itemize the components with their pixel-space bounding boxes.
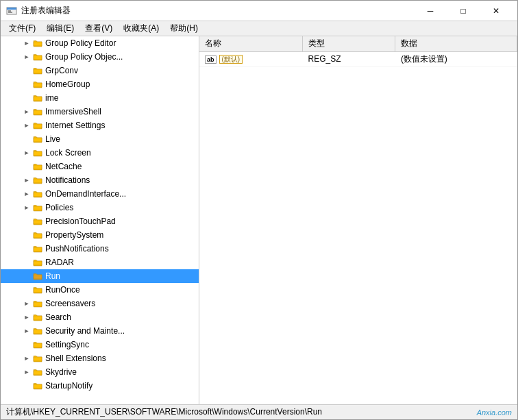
folder-icon <box>32 148 43 158</box>
tree-item-label: SettingSync <box>45 340 199 349</box>
folder-icon <box>32 381 43 391</box>
folder-icon <box>32 285 43 295</box>
folder-icon <box>32 299 43 308</box>
tree-item[interactable]: StartupNotify <box>1 379 199 393</box>
svg-rect-1 <box>7 8 16 10</box>
tree-item[interactable]: NetCache <box>1 160 199 173</box>
table-header-row: 名称类型数据 <box>199 36 517 51</box>
registry-path: 计算机\HKEY_CURRENT_USER\SOFTWARE\Microsoft… <box>6 406 477 418</box>
registry-editor-window: 注册表编辑器 ─ □ ✕ 文件(F)编辑(E)查看(V)收藏夹(A)帮助(H) … <box>0 0 518 420</box>
tree-item-label: PropertySystem <box>45 230 199 240</box>
tree-item[interactable]: ime <box>1 91 199 105</box>
table-row[interactable]: ab(默认)REG_SZ(数值未设置) <box>199 51 517 66</box>
column-header-数据[interactable]: 数据 <box>395 36 517 51</box>
tree-item[interactable]: SettingSync <box>1 338 199 351</box>
expand-arrow-icon[interactable]: ► <box>21 328 32 334</box>
expand-arrow-icon[interactable]: ► <box>21 314 32 321</box>
folder-icon <box>32 340 43 349</box>
tree-item[interactable]: RADAR <box>1 256 199 269</box>
tree-item[interactable]: ► Group Policy Editor <box>1 36 199 50</box>
expand-arrow-icon[interactable]: ► <box>21 122 32 129</box>
tree-item[interactable]: HomeGroup <box>1 77 199 91</box>
tree-item-label: Notifications <box>45 175 199 185</box>
tree-item[interactable]: ► OnDemandInterface... <box>1 187 199 201</box>
menu-item-e[interactable]: 编辑(E) <box>41 21 79 36</box>
tree-item[interactable]: ► Skydrive <box>1 365 199 379</box>
tree-item[interactable]: RunOnce <box>1 283 199 297</box>
folder-icon <box>32 258 43 267</box>
expand-arrow-icon[interactable]: ► <box>21 53 32 60</box>
expand-arrow-icon[interactable]: ► <box>21 149 32 156</box>
close-button[interactable]: ✕ <box>480 1 512 21</box>
tree-item[interactable]: PropertySystem <box>1 228 199 242</box>
tree-item-label: HomeGroup <box>45 79 199 89</box>
status-bar: 计算机\HKEY_CURRENT_USER\SOFTWARE\Microsoft… <box>1 404 517 419</box>
value-data-cell: (数值未设置) <box>395 51 517 66</box>
tree-item[interactable]: GrpConv <box>1 64 199 77</box>
tree-item-label: OnDemandInterface... <box>45 189 199 199</box>
menu-item-f[interactable]: 文件(F) <box>3 21 41 36</box>
menu-item-h[interactable]: 帮助(H) <box>164 21 204 36</box>
tree-item-label: Live <box>45 134 199 144</box>
tree-item-label: GrpConv <box>45 66 199 75</box>
tree-item[interactable]: ► Notifications <box>1 173 199 187</box>
folder-icon <box>32 38 43 48</box>
folder-icon <box>32 175 43 185</box>
minimize-button[interactable]: ─ <box>415 1 446 21</box>
maximize-button[interactable]: □ <box>447 1 479 21</box>
registry-tree[interactable]: ► Group Policy Editor► Group Policy Obje… <box>1 36 199 404</box>
tree-item-label: Internet Settings <box>45 121 199 130</box>
tree-item[interactable]: ► Screensavers <box>1 297 199 310</box>
column-header-类型[interactable]: 类型 <box>303 36 395 51</box>
folder-icon <box>32 244 43 254</box>
window-controls: ─ □ ✕ <box>415 1 512 21</box>
folder-icon <box>32 66 43 75</box>
folder-icon <box>32 93 43 103</box>
folder-icon <box>32 203 43 212</box>
tree-item[interactable]: ► Group Policy Objec... <box>1 50 199 64</box>
tree-item-label: ImmersiveShell <box>45 107 199 116</box>
tree-item[interactable]: Live <box>1 132 199 146</box>
tree-item-label: Policies <box>45 203 199 212</box>
tree-item[interactable]: ► Security and Mainte... <box>1 324 199 338</box>
tree-item-label: Lock Screen <box>45 148 199 158</box>
menu-item-v[interactable]: 查看(V) <box>79 21 118 36</box>
table-body: ab(默认)REG_SZ(数值未设置) <box>199 51 517 66</box>
detail-pane: 名称类型数据 ab(默认)REG_SZ(数值未设置) <box>199 36 517 404</box>
folder-icon <box>32 134 43 144</box>
tree-item-label: Shell Extensions <box>45 354 199 363</box>
tree-item-label: RunOnce <box>45 285 199 295</box>
folder-icon <box>32 326 43 336</box>
folder-icon <box>32 189 43 199</box>
expand-arrow-icon[interactable]: ► <box>21 300 32 307</box>
tree-item-label: RADAR <box>45 258 199 267</box>
main-area: ► Group Policy Editor► Group Policy Obje… <box>1 36 517 404</box>
folder-icon <box>32 107 43 116</box>
tree-item-label: ime <box>45 93 199 103</box>
expand-arrow-icon[interactable]: ► <box>21 108 32 115</box>
tree-item-label: Group Policy Objec... <box>45 52 199 62</box>
tree-item[interactable]: ► Search <box>1 310 199 324</box>
menu-item-a[interactable]: 收藏夹(A) <box>118 21 164 36</box>
tree-item[interactable]: ► Policies <box>1 201 199 214</box>
expand-arrow-icon[interactable]: ► <box>21 355 32 362</box>
tree-item[interactable]: PushNotifications <box>1 242 199 256</box>
folder-icon <box>32 121 43 130</box>
folder-icon <box>32 52 43 62</box>
tree-item-label: Group Policy Editor <box>45 38 199 48</box>
expand-arrow-icon[interactable]: ► <box>21 190 32 197</box>
tree-item[interactable]: Run <box>1 269 199 283</box>
tree-item[interactable]: PrecisionTouchPad <box>1 214 199 228</box>
expand-arrow-icon[interactable]: ► <box>21 177 32 184</box>
expand-arrow-icon[interactable]: ► <box>21 369 32 375</box>
folder-icon <box>32 271 43 281</box>
tree-item[interactable]: ► Shell Extensions <box>1 351 199 365</box>
tree-item[interactable]: ► ImmersiveShell <box>1 105 199 119</box>
folder-icon <box>32 367 43 377</box>
column-header-名称[interactable]: 名称 <box>199 36 303 51</box>
expand-arrow-icon[interactable]: ► <box>21 40 32 47</box>
tree-item[interactable]: ► Lock Screen <box>1 146 199 160</box>
expand-arrow-icon[interactable]: ► <box>21 204 32 211</box>
tree-item-label: StartupNotify <box>45 381 199 391</box>
tree-item[interactable]: ► Internet Settings <box>1 119 199 132</box>
